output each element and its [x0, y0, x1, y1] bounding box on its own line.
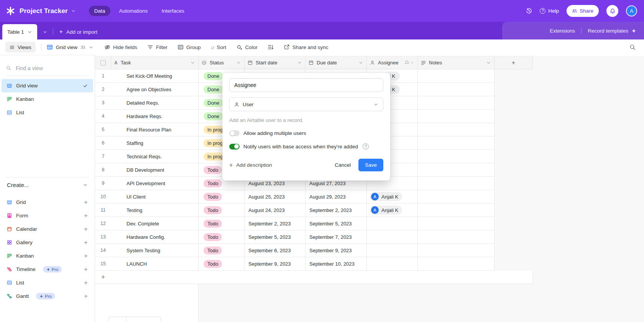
- row-height-button[interactable]: [268, 44, 274, 50]
- task-cell[interactable]: Final Resource Plan: [111, 123, 199, 136]
- tables-dropdown-button[interactable]: [37, 24, 53, 39]
- row-number-cell[interactable]: 11: [95, 204, 111, 217]
- start-date-cell[interactable]: September 6, 2023: [245, 244, 306, 257]
- task-cell[interactable]: DB Development: [111, 163, 199, 176]
- assignee-cell[interactable]: [367, 257, 418, 270]
- sort-button[interactable]: ↓↑ Sort: [211, 44, 227, 50]
- task-cell[interactable]: API Development: [111, 177, 199, 190]
- row-number-cell[interactable]: 10: [95, 190, 111, 203]
- help-circle-icon[interactable]: ?: [363, 143, 369, 150]
- assignee-cell[interactable]: [367, 230, 418, 243]
- row-number-cell[interactable]: 14: [95, 244, 111, 257]
- status-cell[interactable]: Todo: [199, 217, 245, 230]
- tab-interfaces[interactable]: Interfaces: [156, 6, 189, 16]
- add-description-button[interactable]: + Add description: [229, 162, 272, 169]
- task-cell[interactable]: Staffing: [111, 136, 199, 150]
- field-type-select[interactable]: User: [229, 97, 383, 111]
- add-row-button[interactable]: +: [95, 271, 533, 284]
- column-header-assignee[interactable]: Assignee: [367, 56, 418, 69]
- share-and-sync-button[interactable]: Share and sync: [284, 44, 329, 50]
- notify-users-toggle[interactable]: [229, 144, 240, 150]
- due-date-cell[interactable]: September 10, 2023: [306, 257, 367, 270]
- sidebar-view-kanban[interactable]: Kanban: [2, 92, 93, 106]
- row-number-cell[interactable]: 5: [95, 123, 111, 136]
- notes-cell[interactable]: [418, 136, 495, 150]
- base-title[interactable]: Project Tracker: [20, 7, 68, 15]
- status-cell[interactable]: Todo: [199, 257, 245, 270]
- add-view-button[interactable]: +: [84, 266, 88, 273]
- search-icon[interactable]: [629, 44, 636, 50]
- create-item-gantt[interactable]: GanttPro+: [2, 289, 93, 303]
- row-number-cell[interactable]: 9: [95, 177, 111, 190]
- add-view-button[interactable]: +: [84, 225, 88, 233]
- record-templates-button[interactable]: Record templates: [588, 28, 636, 34]
- chevron-down-icon[interactable]: [190, 60, 195, 65]
- column-header-due-date[interactable]: Due date: [306, 56, 367, 69]
- row-number-cell[interactable]: 1: [95, 69, 111, 82]
- create-item-gallery[interactable]: Gallery+: [2, 236, 93, 249]
- notes-cell[interactable]: [418, 217, 495, 230]
- current-view-button[interactable]: Grid view: [47, 44, 94, 50]
- start-date-cell[interactable]: September 9, 2023: [245, 257, 306, 270]
- add-view-button[interactable]: +: [84, 279, 88, 287]
- sidebar-view-grid-view[interactable]: Grid view: [2, 79, 93, 92]
- task-cell[interactable]: Hardware Reqs.: [111, 110, 199, 123]
- filter-button[interactable]: Filter: [147, 44, 168, 50]
- notes-cell[interactable]: [418, 96, 495, 109]
- row-number-cell[interactable]: 7: [95, 150, 111, 163]
- allow-multiple-users-toggle[interactable]: [229, 130, 240, 136]
- notes-cell[interactable]: [418, 257, 495, 270]
- task-cell[interactable]: Detailed Reqs.: [111, 96, 199, 109]
- status-cell[interactable]: Todo: [199, 190, 245, 203]
- row-number-cell[interactable]: 8: [95, 163, 111, 176]
- notifications-button[interactable]: [606, 5, 618, 17]
- chevron-down-icon[interactable]: [410, 61, 414, 65]
- create-item-timeline[interactable]: TimelinePro+: [2, 263, 93, 276]
- views-button[interactable]: Views: [5, 42, 36, 53]
- add-or-import-button[interactable]: + Add or import: [53, 24, 104, 39]
- tab-automations[interactable]: Automations: [113, 6, 153, 16]
- find-view-input[interactable]: [16, 65, 77, 71]
- assignee-cell[interactable]: [367, 217, 418, 230]
- column-header-start-date[interactable]: Start date: [245, 56, 306, 69]
- notes-cell[interactable]: [418, 150, 495, 163]
- help-button[interactable]: ? Help: [540, 8, 559, 14]
- row-number-cell[interactable]: 13: [95, 230, 111, 243]
- cancel-button[interactable]: Cancel: [329, 159, 356, 171]
- due-date-cell[interactable]: August 29, 2023: [306, 190, 367, 203]
- column-header-status[interactable]: Status: [199, 56, 245, 69]
- add-view-button[interactable]: +: [84, 252, 88, 260]
- color-button[interactable]: Color: [236, 44, 257, 50]
- add-view-button[interactable]: +: [84, 212, 88, 220]
- task-cell[interactable]: Set Kick-Off Meeting: [111, 69, 199, 82]
- notes-cell[interactable]: [418, 244, 495, 257]
- task-cell[interactable]: LAUNCH: [111, 257, 199, 270]
- add-field-button[interactable]: +: [495, 56, 533, 69]
- chevron-down-icon[interactable]: [486, 60, 491, 65]
- chevron-down-icon[interactable]: [297, 60, 302, 65]
- add-view-button[interactable]: +: [84, 292, 88, 300]
- add-view-button[interactable]: +: [84, 239, 88, 246]
- task-cell[interactable]: System Testing: [111, 244, 199, 257]
- status-cell[interactable]: Todo: [199, 204, 245, 217]
- start-date-cell[interactable]: August 25, 2023: [245, 190, 306, 203]
- start-date-cell[interactable]: August 24, 2023: [245, 204, 306, 217]
- notes-cell[interactable]: [418, 163, 495, 176]
- history-icon[interactable]: [526, 8, 532, 14]
- task-cell[interactable]: Testing: [111, 204, 199, 217]
- extensions-button[interactable]: Extensions: [550, 28, 575, 34]
- table-tab-active[interactable]: Table 1: [2, 24, 37, 39]
- due-date-cell[interactable]: September 9, 2023: [306, 244, 367, 257]
- row-number-cell[interactable]: 6: [95, 136, 111, 150]
- row-number-cell[interactable]: 3: [95, 96, 111, 109]
- column-header-notes[interactable]: Notes: [418, 56, 495, 69]
- start-date-cell[interactable]: September 2, 2023: [245, 217, 306, 230]
- row-number-cell[interactable]: 12: [95, 217, 111, 230]
- create-item-calendar[interactable]: Calendar+: [2, 222, 93, 236]
- share-button[interactable]: Share: [567, 5, 599, 17]
- assignee-cell[interactable]: AAnjali K: [367, 190, 418, 203]
- start-date-cell[interactable]: September 5, 2023: [245, 230, 306, 243]
- notes-cell[interactable]: [418, 110, 495, 123]
- create-item-list[interactable]: List+: [2, 276, 93, 289]
- chevron-down-icon[interactable]: [71, 8, 76, 13]
